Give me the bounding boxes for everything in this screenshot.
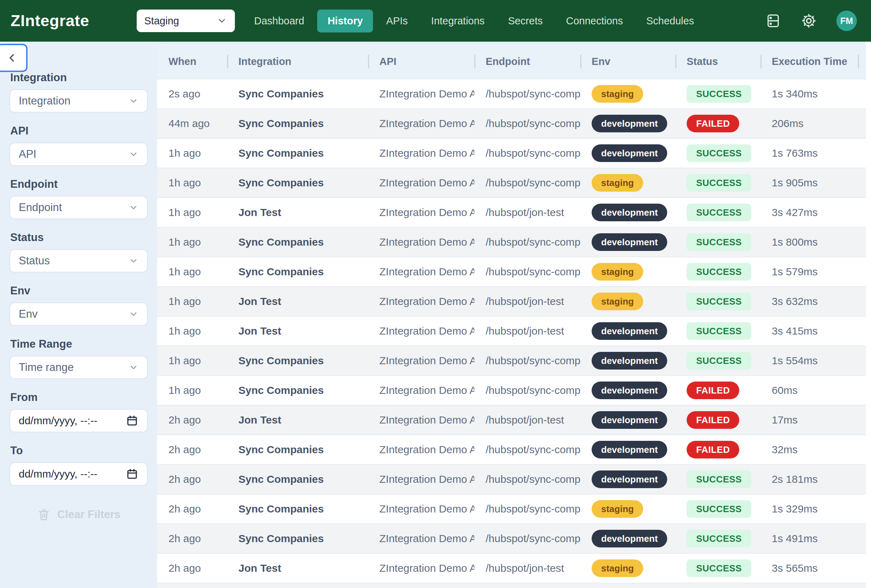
cell-api: ZIntegration Demo A bbox=[368, 206, 474, 218]
column-header-when[interactable]: When bbox=[157, 45, 227, 79]
filter-label-time-range: Time Range bbox=[10, 338, 148, 351]
table-row[interactable]: 1h agoSync CompaniesZIntegration Demo A/… bbox=[157, 168, 866, 197]
table-row[interactable]: 1h agoSync CompaniesZIntegration Demo A/… bbox=[157, 346, 866, 375]
nav-item-integrations[interactable]: Integrations bbox=[421, 9, 495, 33]
cell-env: staging bbox=[580, 85, 675, 103]
table-row[interactable]: 2h agoJon TestZIntegration Demo A/hubspo… bbox=[157, 553, 866, 583]
table-row[interactable]: 1h agoSync CompaniesZIntegration Demo A/… bbox=[157, 227, 866, 257]
filter-value-api: API bbox=[19, 148, 36, 161]
cell-integration: Jon Test bbox=[227, 562, 368, 574]
table-row[interactable]: 2h agoSync CompaniesZIntegration Demo A/… bbox=[157, 494, 866, 524]
table-row[interactable]: 1h agoJon TestZIntegration Demo A/hubspo… bbox=[157, 286, 866, 316]
cell-execution-time: 1s 329ms bbox=[760, 503, 858, 515]
calendar-icon bbox=[126, 468, 138, 481]
table-row[interactable]: 2h agoSync CompaniesZIntegration Demo A/… bbox=[157, 464, 866, 494]
cell-execution-time: 2s 181ms bbox=[760, 473, 858, 485]
cell-integration: Sync Companies bbox=[227, 88, 368, 100]
settings-gear-icon[interactable] bbox=[801, 12, 817, 29]
date-input-to[interactable]: dd/mm/yyyy, --:-- bbox=[9, 463, 148, 486]
status-badge: SUCCESS bbox=[687, 144, 751, 162]
table-row[interactable]: 2h agoJon TestZIntegration Demo A/hubspo… bbox=[157, 405, 866, 434]
table-row[interactable]: 1h agoSync CompaniesZIntegration Demo A/… bbox=[157, 375, 866, 405]
cell-endpoint: /hubspot/jon-test bbox=[474, 562, 580, 574]
cell-status: SUCCESS bbox=[675, 500, 760, 518]
filter-select-env[interactable]: Env bbox=[9, 303, 148, 326]
column-header-execution-time[interactable]: Execution Time bbox=[760, 45, 858, 79]
env-badge: development bbox=[592, 352, 667, 370]
filter-group-to: Todd/mm/yyyy, --:-- bbox=[9, 444, 148, 486]
env-badge: development bbox=[592, 382, 667, 399]
cell-execution-time: 3s 427ms bbox=[760, 206, 858, 218]
column-header-label: When bbox=[169, 56, 196, 67]
filter-select-status[interactable]: Status bbox=[9, 249, 148, 273]
filter-select-endpoint[interactable]: Endpoint bbox=[9, 196, 148, 219]
env-badge: development bbox=[592, 322, 667, 340]
column-header-endpoint[interactable]: Endpoint bbox=[474, 45, 580, 79]
cell-integration: Jon Test bbox=[227, 295, 368, 307]
nav-item-secrets[interactable]: Secrets bbox=[498, 9, 553, 33]
cell-api: ZIntegration Demo A bbox=[368, 88, 474, 100]
cell-env: staging bbox=[580, 174, 675, 192]
chevron-down-icon bbox=[129, 363, 138, 372]
cell-execution-time: 1s 554ms bbox=[760, 355, 858, 367]
database-icon[interactable] bbox=[765, 13, 781, 29]
cell-execution-time: 1s 579ms bbox=[760, 266, 858, 278]
table-row[interactable]: 2h agoSync CompaniesZIntegration Demo A/… bbox=[157, 524, 866, 553]
table-row[interactable]: 1h agoJon TestZIntegration Demo A/hubspo… bbox=[157, 197, 866, 227]
filter-group-endpoint: EndpointEndpoint bbox=[9, 178, 148, 219]
cell-status: SUCCESS bbox=[675, 560, 760, 577]
nav-item-history[interactable]: History bbox=[317, 9, 373, 33]
table-row[interactable]: 1h agoJon TestZIntegration Demo A/hubspo… bbox=[157, 316, 866, 346]
cell-execution-time: 206ms bbox=[760, 118, 858, 130]
column-divider bbox=[227, 55, 228, 69]
nav-item-dashboard[interactable]: Dashboard bbox=[244, 9, 315, 33]
filter-value-integration: Integration bbox=[19, 95, 70, 107]
status-badge: SUCCESS bbox=[687, 530, 751, 548]
cell-api: ZIntegration Demo A bbox=[368, 473, 474, 485]
table-header: WhenIntegrationAPIEndpointEnvStatusExecu… bbox=[157, 45, 866, 79]
sidebar-collapse-button[interactable] bbox=[0, 44, 28, 72]
status-badge: FAILED bbox=[687, 382, 739, 399]
status-badge: FAILED bbox=[687, 411, 739, 429]
table-row[interactable]: 1h agoSync CompaniesZIntegration Demo A/… bbox=[157, 257, 866, 286]
cell-integration: Sync Companies bbox=[227, 384, 368, 396]
env-badge: development bbox=[592, 470, 667, 488]
column-header-api[interactable]: API bbox=[368, 45, 474, 79]
cell-when: 2h ago bbox=[157, 473, 227, 485]
status-badge: FAILED bbox=[687, 115, 739, 132]
column-header-env[interactable]: Env bbox=[580, 45, 675, 79]
nav-item-apis[interactable]: APIs bbox=[376, 9, 418, 33]
table-row[interactable]: 2s agoSync CompaniesZIntegration Demo A/… bbox=[157, 79, 866, 108]
cell-when: 44m ago bbox=[157, 118, 227, 130]
environment-selector[interactable]: Staging bbox=[137, 9, 235, 32]
filter-value-time-range: Time range bbox=[19, 361, 74, 374]
table-row[interactable]: 44m agoSync CompaniesZIntegration Demo A… bbox=[157, 108, 866, 138]
cell-when: 2h ago bbox=[157, 444, 227, 456]
cell-execution-time: 17ms bbox=[760, 414, 858, 426]
column-header-integration[interactable]: Integration bbox=[227, 45, 368, 79]
cell-api: ZIntegration Demo A bbox=[368, 414, 474, 426]
chevron-down-icon bbox=[129, 309, 138, 319]
clear-filters-button[interactable]: Clear Filters bbox=[9, 507, 148, 522]
chevron-left-icon bbox=[6, 52, 18, 64]
trash-icon bbox=[37, 507, 51, 522]
scrollbar-track[interactable] bbox=[866, 42, 871, 588]
chevron-down-icon bbox=[217, 15, 227, 26]
table-row[interactable]: 1h agoSync CompaniesZIntegration Demo A/… bbox=[157, 138, 866, 168]
user-avatar[interactable]: FM bbox=[837, 10, 857, 31]
column-divider bbox=[858, 55, 859, 69]
date-input-from[interactable]: dd/mm/yyyy, --:-- bbox=[9, 409, 148, 432]
status-badge: FAILED bbox=[687, 441, 739, 458]
filter-select-api[interactable]: API bbox=[9, 143, 148, 166]
brand-logo[interactable]: ZIntegrate bbox=[10, 12, 89, 30]
filter-select-integration[interactable]: Integration bbox=[9, 89, 148, 113]
column-header-status[interactable]: Status bbox=[675, 45, 760, 79]
cell-execution-time: 1s 800ms bbox=[760, 236, 858, 248]
nav-item-schedules[interactable]: Schedules bbox=[636, 9, 704, 33]
filter-select-time-range[interactable]: Time range bbox=[9, 356, 148, 379]
cell-status: SUCCESS bbox=[675, 174, 760, 192]
nav-item-connections[interactable]: Connections bbox=[555, 9, 633, 33]
cell-endpoint: /hubspot/sync-comp bbox=[474, 355, 580, 367]
top-navbar: ZIntegrate Staging DashboardHistoryAPIsI… bbox=[0, 0, 871, 42]
table-row[interactable]: 2h agoSync CompaniesZIntegration Demo A/… bbox=[157, 434, 866, 464]
